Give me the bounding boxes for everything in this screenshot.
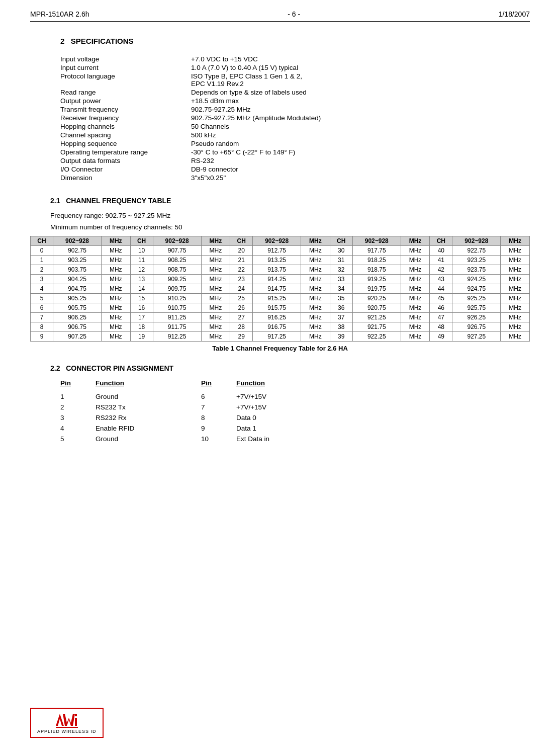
- spec-label: Hopping sequence: [60, 140, 191, 147]
- pin-function: +7V/+15V: [236, 393, 266, 400]
- table-cell: 916.25: [253, 313, 301, 322]
- table-cell: 4: [31, 284, 53, 294]
- spec-label: Input voltage: [60, 55, 191, 63]
- pin-number: 3: [60, 414, 80, 422]
- table-cell: 911.75: [153, 322, 201, 332]
- table-cell: 918.25: [352, 256, 401, 265]
- spec-row: Input voltage+7.0 VDC to +15 VDC: [60, 55, 530, 63]
- spec-row: Hopping sequencePseudo random: [60, 140, 530, 147]
- table-cell: MHz: [101, 265, 130, 275]
- table-cell: MHz: [301, 332, 330, 342]
- table-cell: MHz: [501, 332, 530, 342]
- table-cell: 26: [230, 303, 253, 313]
- table-row: 3904.25MHz13909.25MHz23914.25MHz33919.25…: [31, 275, 530, 284]
- pin-function: Ground: [96, 393, 118, 400]
- table-cell: 909.25: [153, 275, 201, 284]
- header-center: - 6 -: [288, 10, 300, 18]
- spec-row: Output power+18.5 dBm max: [60, 97, 530, 105]
- list-item: 3RS232 Rx: [60, 414, 161, 422]
- pin-number: 1: [60, 393, 80, 400]
- table-row: 0902.75MHz10907.75MHz20912.75MHz30917.75…: [31, 246, 530, 256]
- table-cell: 921.25: [352, 313, 401, 322]
- table-row: 8906.75MHz18911.75MHz28916.75MHz38921.75…: [31, 322, 530, 332]
- freq-table-header: 902~928: [253, 236, 301, 246]
- pin-col-left: Pin Function 1Ground2RS232 Tx3RS232 Rx4E…: [60, 379, 161, 446]
- freq-intro1: Frequency range: 902.75 ~ 927.25 MHz: [50, 212, 530, 219]
- table-cell: 48: [430, 322, 452, 332]
- table-cell: 30: [330, 246, 352, 256]
- table-cell: 920.25: [352, 294, 401, 303]
- freq-table-header: MHz: [301, 236, 330, 246]
- table-cell: 922.25: [352, 332, 401, 342]
- table-cell: 905.25: [53, 294, 102, 303]
- spec-label: Operating temperature range: [60, 148, 191, 156]
- header-left: MPR-1510AR 2.6h: [30, 10, 89, 18]
- table-cell: 14: [130, 284, 153, 294]
- freq-table-header: CH: [31, 236, 53, 246]
- spec-value: ISO Type B, EPC Class 1 Gen 1 & 2, EPC V…: [191, 72, 302, 88]
- table-cell: 20: [230, 246, 253, 256]
- table-cell: 906.75: [53, 322, 102, 332]
- table-cell: MHz: [101, 256, 130, 265]
- table-cell: 45: [430, 294, 452, 303]
- table-cell: 902.75: [53, 246, 102, 256]
- list-item: 4Enable RFID: [60, 425, 161, 432]
- svg-rect-2: [75, 718, 77, 726]
- spec-row: Protocol languageISO Type B, EPC Class 1…: [60, 72, 530, 88]
- logo-box: APPLIED WIRELESS ID: [30, 708, 104, 738]
- table-cell: 922.75: [452, 246, 501, 256]
- table-cell: 927.25: [452, 332, 501, 342]
- table-cell: 913.75: [253, 265, 301, 275]
- table-cell: 914.25: [253, 275, 301, 284]
- pin-col-right: Pin Function 6+7V/+15V7+7V/+15V8Data 09D…: [201, 379, 302, 446]
- list-item: 2RS232 Tx: [60, 403, 161, 411]
- spec-label: I/O Connector: [60, 165, 191, 173]
- spec-value: 902.75-927.25 MHz: [191, 106, 251, 113]
- spec-value: 50 Channels: [191, 123, 229, 130]
- table-cell: 36: [330, 303, 352, 313]
- table-cell: MHz: [201, 303, 230, 313]
- pin-function: Data 0: [236, 414, 256, 422]
- table-cell: 911.25: [153, 313, 201, 322]
- table-cell: 13: [130, 275, 153, 284]
- freq-table-header: 902~928: [53, 236, 102, 246]
- svg-rect-3: [75, 714, 77, 716]
- table-cell: 37: [330, 313, 352, 322]
- table-cell: MHz: [201, 265, 230, 275]
- table-row: 5905.25MHz15910.25MHz25915.25MHz35920.25…: [31, 294, 530, 303]
- table-cell: 12: [130, 265, 153, 275]
- table-cell: MHz: [501, 303, 530, 313]
- spec-value: 902.75-927.25 MHz (Amplitude Modulated): [191, 114, 321, 122]
- pin-function: Data 1: [236, 425, 256, 432]
- table-cell: MHz: [301, 322, 330, 332]
- table-cell: 34: [330, 284, 352, 294]
- pin-function: +7V/+15V: [236, 403, 266, 411]
- freq-table-header: CH: [230, 236, 253, 246]
- table-row: 4904.75MHz14909.75MHz24914.75MHz34919.75…: [31, 284, 530, 294]
- table-cell: 18: [130, 322, 153, 332]
- spec-value: 3"x5"x0.25": [191, 174, 226, 182]
- table-cell: MHz: [501, 265, 530, 275]
- svg-marker-1: [63, 714, 75, 726]
- table-cell: MHz: [201, 294, 230, 303]
- table-row: 2903.75MHz12908.75MHz22913.75MHz32918.75…: [31, 265, 530, 275]
- table-cell: 925.75: [452, 303, 501, 313]
- spec-value: -30° C to +65° C (-22° F to 149° F): [191, 148, 295, 156]
- freq-table-header: CH: [330, 236, 352, 246]
- spec-label: Hopping channels: [60, 123, 191, 130]
- spec-row: Output data formatsRS-232: [60, 157, 530, 164]
- pin-function: RS232 Tx: [96, 403, 126, 411]
- table-cell: MHz: [101, 322, 130, 332]
- spec-value: Depends on type & size of labels used: [191, 89, 307, 96]
- table-cell: MHz: [201, 246, 230, 256]
- pin-col-left-header: Pin Function: [60, 379, 161, 387]
- list-item: 5Ground: [60, 435, 161, 443]
- specs-table: Input voltage+7.0 VDC to +15 VDCInput cu…: [60, 55, 530, 182]
- table-cell: MHz: [201, 322, 230, 332]
- freq-table-header: 902~928: [352, 236, 401, 246]
- freq-intro2: Minimum number of frequency channels: 50: [50, 223, 530, 231]
- spec-label: Output power: [60, 97, 191, 105]
- table-cell: MHz: [201, 284, 230, 294]
- table-cell: MHz: [501, 256, 530, 265]
- table-cell: 917.75: [352, 246, 401, 256]
